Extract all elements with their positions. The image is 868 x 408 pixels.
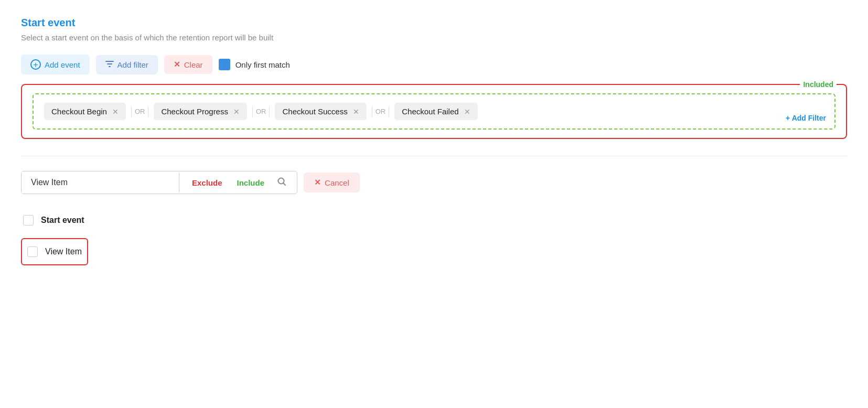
add-filter-button[interactable]: Add filter xyxy=(96,55,158,74)
event-name-3: Checkout Failed xyxy=(402,107,458,116)
event-name-0: Checkout Begin xyxy=(51,107,107,116)
clear-button[interactable]: ✕ Clear xyxy=(164,55,212,74)
event-name-2: Checkout Success xyxy=(282,107,347,116)
checkbox-item-start-event[interactable]: Start event xyxy=(21,207,847,234)
section-title: Start event xyxy=(21,17,847,29)
clear-label: Clear xyxy=(184,60,203,69)
add-filter-label: Add filter xyxy=(117,60,148,69)
search-combined-box: Exclude Include xyxy=(21,171,297,194)
event-close-0[interactable]: ✕ xyxy=(112,108,119,116)
start-event-label: Start event xyxy=(41,216,84,225)
event-name-1: Checkout Progress xyxy=(161,107,228,116)
divider-line xyxy=(389,106,389,117)
search-icon-button[interactable] xyxy=(271,173,293,193)
event-close-3[interactable]: ✕ xyxy=(464,108,470,116)
event-chip-2: Checkout Success ✕ xyxy=(275,103,366,120)
or-text-2: OR xyxy=(376,108,386,115)
toolbar: + Add event Add filter ✕ Clear Only firs… xyxy=(21,55,847,74)
add-event-button[interactable]: + Add event xyxy=(21,55,90,74)
cancel-x-icon: ✕ xyxy=(314,178,321,187)
divider-line xyxy=(372,106,372,117)
events-inner: Checkout Begin ✕ OR Checkout Progress ✕ … xyxy=(33,93,835,130)
checkbox-start-event[interactable] xyxy=(23,215,34,226)
cancel-button[interactable]: ✕ Cancel xyxy=(304,173,360,192)
section-description: Select a start event on the basis of whi… xyxy=(21,33,847,42)
filter-icon xyxy=(105,60,114,70)
toggle-checkbox xyxy=(219,59,230,70)
checkbox-item-view-item[interactable]: View Item xyxy=(21,238,88,265)
or-text-1: OR xyxy=(256,108,266,115)
divider-line xyxy=(252,106,253,117)
add-filter-link[interactable]: + Add Filter xyxy=(786,114,826,122)
divider-line xyxy=(148,106,148,117)
plus-circle-icon: + xyxy=(30,59,41,70)
view-item-label: View Item xyxy=(45,247,82,256)
divider-line xyxy=(131,106,132,117)
checkbox-view-item[interactable] xyxy=(27,246,38,257)
event-chip-3: Checkout Failed ✕ xyxy=(394,103,477,120)
checkbox-list: Start event View Item xyxy=(21,207,847,265)
x-icon: ✕ xyxy=(174,60,180,69)
view-item-row-wrapper: View Item xyxy=(21,237,847,265)
event-container: Included Checkout Begin ✕ OR Checkout Pr… xyxy=(21,84,847,139)
event-chip-0: Checkout Begin ✕ xyxy=(44,103,126,120)
or-separator-2: OR xyxy=(367,106,395,117)
search-section: Exclude Include ✕ Cancel xyxy=(21,171,847,194)
event-close-2[interactable]: ✕ xyxy=(353,108,359,116)
only-first-match-label: Only first match xyxy=(235,60,290,69)
search-input[interactable] xyxy=(22,171,179,194)
only-first-match-toggle[interactable]: Only first match xyxy=(219,59,290,70)
event-chip-1: Checkout Progress ✕ xyxy=(154,103,247,120)
or-separator-1: OR xyxy=(247,106,275,117)
or-text-0: OR xyxy=(135,108,145,115)
or-separator-0: OR xyxy=(126,106,154,117)
add-event-label: Add event xyxy=(45,60,80,69)
horizontal-divider xyxy=(21,156,847,156)
divider-line xyxy=(269,106,270,117)
cancel-label: Cancel xyxy=(325,178,349,187)
included-label: Included xyxy=(800,80,837,89)
search-actions: Exclude Include xyxy=(179,172,297,194)
event-close-1[interactable]: ✕ xyxy=(233,108,240,116)
exclude-button[interactable]: Exclude xyxy=(184,172,231,194)
include-button[interactable]: Include xyxy=(233,172,269,194)
